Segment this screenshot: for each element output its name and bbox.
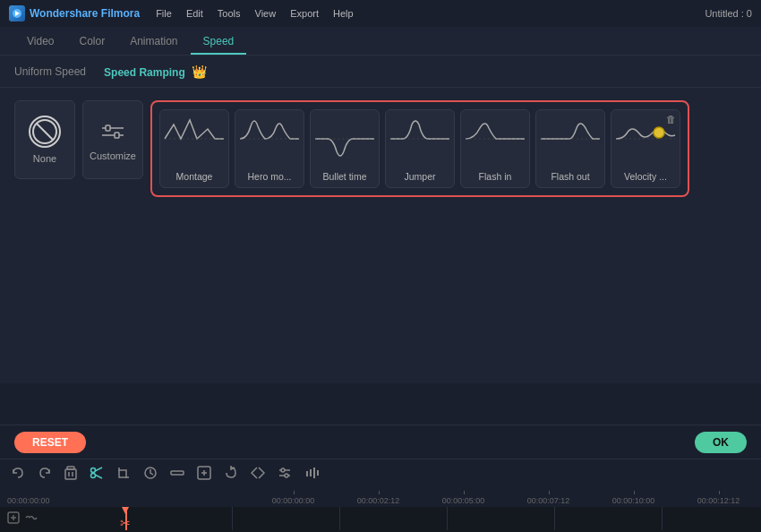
presets-container: Montage Hero mo... Bullet time (150, 100, 689, 197)
flash-out-label: Flash out (540, 171, 601, 182)
scissors-icon[interactable] (90, 466, 104, 483)
track-bg (125, 507, 761, 530)
ruler-mark-4: 00:00:10:00 (591, 496, 676, 505)
svg-point-31 (285, 474, 288, 477)
ruler-mark-0: 00:00:00:00 (251, 496, 336, 505)
menu-file[interactable]: File (156, 8, 172, 19)
svg-point-14 (654, 127, 664, 138)
svg-point-30 (281, 468, 285, 472)
zoom-in-icon[interactable] (197, 466, 211, 483)
timeline-track: ✂ (0, 507, 761, 530)
preset-velocity[interactable]: 🗑 Velocity ... (611, 109, 680, 188)
menu-view[interactable]: View (255, 8, 277, 19)
svg-rect-5 (106, 125, 110, 131)
none-tile[interactable]: None (14, 100, 75, 179)
timeline-toolbar (0, 459, 761, 489)
speed-icon[interactable] (143, 466, 158, 483)
bullet-label: Bullet time (314, 171, 375, 182)
timeline-area: 00:00:00:00 00:00:00:00 00:00:02:12 00:0… (0, 489, 761, 530)
svg-point-19 (91, 468, 96, 473)
montage-label: Montage (164, 171, 225, 182)
subtab-bar: Uniform Speed Speed Ramping 👑 (0, 56, 761, 88)
subtab-uniform-speed[interactable]: Uniform Speed (14, 62, 86, 82)
jumper-label: Jumper (389, 171, 450, 182)
track-add-icon[interactable] (7, 511, 20, 527)
reset-button[interactable]: RESET (14, 432, 86, 453)
svg-rect-34 (313, 468, 315, 478)
action-bar: RESET OK (0, 425, 761, 459)
zoom-out-icon[interactable] (170, 466, 184, 483)
svg-line-21 (95, 468, 102, 471)
logo-icon (9, 5, 25, 21)
svg-rect-35 (317, 470, 319, 476)
none-label: None (33, 153, 56, 164)
svg-rect-15 (65, 469, 76, 479)
playhead-time: 00:00:00:00 (7, 496, 50, 505)
preset-flash-in[interactable]: Flash in (460, 109, 530, 188)
preset-bullet-time[interactable]: Bullet time (310, 109, 380, 188)
svg-point-20 (91, 474, 96, 478)
ruler-mark-2: 00:00:05:00 (421, 496, 506, 505)
svg-rect-33 (310, 469, 312, 476)
svg-rect-24 (171, 471, 184, 475)
flash-in-waveform (464, 116, 526, 162)
timeline-ruler: 00:00:00:00 00:00:00:00 00:00:02:12 00:0… (0, 489, 761, 507)
customize-tile[interactable]: Customize (82, 100, 143, 179)
menu-tools[interactable]: Tools (218, 8, 241, 19)
audio-icon[interactable] (304, 466, 319, 483)
flash-in-label: Flash in (465, 171, 526, 182)
tab-animation[interactable]: Animation (117, 30, 190, 55)
undo-icon[interactable] (11, 466, 25, 483)
crop-icon[interactable] (116, 466, 131, 483)
svg-rect-6 (115, 133, 119, 138)
preset-hero-moment[interactable]: Hero mo... (235, 109, 304, 188)
app-name: Wondershare Filmora (30, 7, 140, 20)
tab-video[interactable]: Video (14, 30, 66, 55)
redo-icon[interactable] (38, 466, 52, 483)
ok-button[interactable]: OK (695, 432, 747, 453)
track-label-area (0, 511, 125, 527)
flip-icon[interactable] (251, 466, 265, 483)
delete-icon[interactable] (64, 466, 77, 483)
rotate-icon[interactable] (224, 466, 238, 483)
menu-help[interactable]: Help (333, 8, 354, 19)
subtab-speed-ramping[interactable]: Speed Ramping 👑 (104, 61, 207, 82)
ruler-mark-1: 00:00:02:12 (336, 496, 421, 505)
customize-icon (99, 118, 126, 145)
app-logo: Wondershare Filmora (9, 5, 140, 21)
speed-options: None Customize Montage (14, 100, 747, 197)
jumper-waveform (389, 116, 451, 162)
ruler-marks: 00:00:00:00 00:00:02:12 00:00:05:00 00:0… (125, 496, 761, 505)
flash-out-waveform (539, 116, 602, 162)
preset-montage[interactable]: Montage (159, 109, 229, 188)
hero-waveform (238, 116, 301, 162)
tab-color[interactable]: Color (66, 30, 117, 55)
bottom-area: RESET OK (0, 425, 761, 532)
customize-label: Customize (90, 150, 136, 161)
ruler-mark-5: 00:00:12:12 (676, 496, 761, 505)
track-link-icon[interactable] (25, 511, 38, 526)
delete-velocity-icon[interactable]: 🗑 (666, 114, 676, 124)
tab-bar: Video Color Animation Speed (0, 27, 761, 56)
hero-label: Hero mo... (239, 171, 300, 182)
main-content: None Customize Montage (0, 88, 761, 383)
title-bar-left: Wondershare Filmora File Edit Tools View… (9, 5, 354, 21)
montage-waveform (163, 116, 226, 162)
adjust-icon[interactable] (278, 466, 292, 483)
app-title: Untitled : 0 (705, 8, 752, 19)
menu-edit[interactable]: Edit (186, 8, 203, 19)
ruler-mark-3: 00:00:07:12 (506, 496, 591, 505)
preset-jumper[interactable]: Jumper (385, 109, 455, 188)
svg-rect-18 (67, 467, 74, 469)
bullet-waveform (313, 116, 376, 162)
velocity-label: Velocity ... (615, 171, 676, 182)
svg-rect-32 (306, 471, 308, 476)
preset-flash-out[interactable]: Flash out (535, 109, 605, 188)
svg-line-2 (37, 124, 53, 140)
crown-icon: 👑 (192, 64, 207, 79)
none-icon (29, 116, 61, 148)
svg-line-22 (95, 475, 102, 478)
menu-export[interactable]: Export (290, 8, 319, 19)
menu-bar: File Edit Tools View Export Help (156, 8, 353, 19)
tab-speed[interactable]: Speed (191, 30, 247, 55)
